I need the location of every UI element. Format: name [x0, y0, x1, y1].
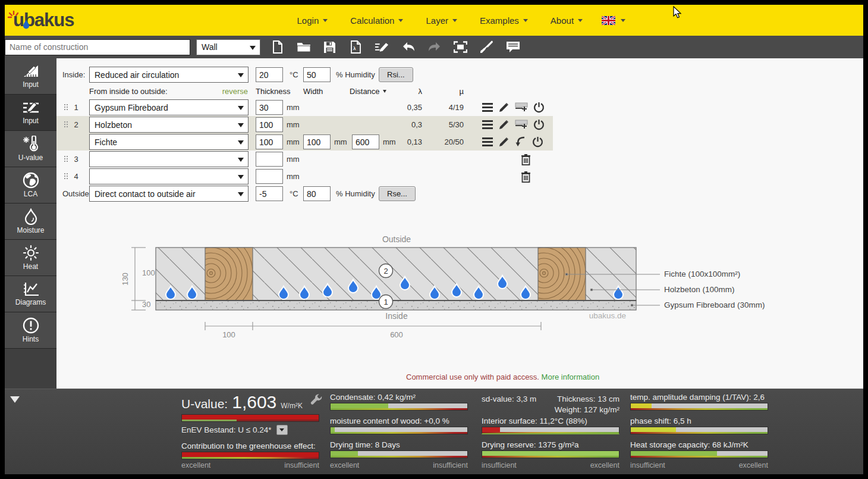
comment-button[interactable] [505, 40, 520, 55]
layer-menu-button[interactable] [482, 120, 493, 130]
collapse-results-button[interactable] [10, 396, 20, 403]
layer4-thickness-input[interactable] [256, 169, 283, 184]
stud-material-value: Fichte [95, 137, 117, 147]
condensate-bar-fill [331, 403, 388, 408]
layer-number: 2 [71, 120, 81, 129]
scale-left: insufficient [482, 461, 517, 469]
sidebar-item-moisture[interactable]: Moisture [5, 204, 56, 240]
delete-layer-button[interactable] [521, 154, 531, 165]
rse-button[interactable]: Rse... [379, 186, 416, 201]
sidebar-item-input-edit[interactable]: Input [5, 95, 56, 131]
layer3-thickness-input[interactable] [256, 152, 283, 167]
ubakus-logo[interactable]: ubakus [13, 10, 74, 31]
chevron-down-icon [398, 19, 403, 22]
insert-layer-button[interactable] [515, 102, 528, 113]
remove-stud-button[interactable] [515, 136, 527, 148]
logo-droplet-icon [23, 20, 30, 29]
sidebar-item-label: U-value [18, 154, 43, 162]
edit-values-button[interactable] [375, 40, 389, 55]
redo-button[interactable] [427, 40, 442, 55]
sidebar-item-input-draw[interactable]: Input [5, 58, 56, 95]
sidebar-item-diagrams[interactable]: Diagrams [5, 276, 56, 312]
inside-condition-select[interactable]: Reduced air circulation [89, 67, 249, 83]
undo-button[interactable] [401, 40, 416, 55]
language-selector[interactable] [602, 16, 625, 25]
drying-time-bar [330, 450, 468, 458]
menu-examples[interactable]: Examples [480, 15, 528, 26]
sidebar-item-heat[interactable]: Heat [5, 240, 56, 276]
layer-menu-button[interactable] [482, 103, 493, 112]
layer1-material-select[interactable]: Gypsum Fibreboard [89, 99, 249, 115]
uvalue-line: U-value: 1,603 W/m²K [181, 392, 303, 412]
stud-distance-input[interactable] [352, 134, 379, 149]
legend-holzbeton: Holzbeton (100mm) [664, 285, 735, 294]
svg-text:2: 2 [383, 267, 388, 275]
globe-icon [23, 172, 39, 189]
construction-type-select[interactable]: Wall [196, 39, 260, 55]
layer4-material-select[interactable] [89, 168, 249, 184]
menu-login-label: Login [297, 15, 319, 26]
drag-handle[interactable] [64, 104, 65, 105]
sidebar-item-label: Diagrams [15, 298, 46, 306]
menu-calculation[interactable]: Calculation [350, 15, 403, 26]
menu-about[interactable]: About [551, 15, 583, 26]
greenhouse-label: Contribution to the greenhouse effect: [181, 442, 316, 450]
chevron-down-icon [452, 19, 457, 22]
delete-layer-button[interactable] [521, 171, 531, 183]
legend-gypsum: Gypsum Fibreboard (30mm) [664, 300, 765, 309]
unit-label: mm [287, 155, 300, 164]
edit-layer-button[interactable] [498, 102, 510, 113]
toggle-layer-button[interactable] [533, 102, 545, 113]
inside-humidity-input[interactable] [303, 67, 331, 82]
new-document-button[interactable] [270, 40, 285, 55]
greenhouse-bar-fill [182, 452, 319, 457]
outside-temp-input[interactable] [256, 186, 283, 201]
edit-input-icon [22, 100, 40, 115]
layer-number: 1 [71, 103, 81, 112]
layer3-material-select[interactable] [89, 151, 249, 167]
stud-material-select[interactable]: Fichte [89, 134, 249, 150]
layer2-thickness-input[interactable] [256, 117, 283, 132]
sidebar-item-hints[interactable]: Hints [5, 312, 56, 349]
pdf-export-button[interactable]: λ [348, 40, 363, 55]
outside-condition-select[interactable]: Direct contact to outside air [89, 186, 249, 202]
toggle-layer-button[interactable] [533, 119, 545, 130]
fullscreen-button[interactable] [453, 40, 468, 55]
distance-header-label: Distance [350, 87, 380, 96]
unit-label: mm [287, 120, 300, 129]
outside-humidity-label: % Humidity [336, 189, 375, 198]
edit-layer-button[interactable] [498, 136, 510, 148]
inside-temp-input[interactable] [256, 67, 283, 82]
sidebar-item-lca[interactable]: LCA [5, 167, 56, 204]
rsi-button[interactable]: Rsi... [379, 67, 413, 82]
sd-thickness-line: sd-value: 3,3 m Thickness: 13 cm [482, 395, 619, 403]
chevron-down-icon [250, 46, 256, 50]
results-bar: U-value: 1,603 W/m²K EnEV Bestand: U ≤ 0… [5, 389, 863, 474]
tav-bar [630, 403, 768, 411]
layer-menu-button[interactable] [482, 137, 493, 147]
drag-handle[interactable] [64, 173, 65, 174]
more-information-link[interactable]: More information [542, 372, 600, 381]
layer2-material-select[interactable]: Holzbeton [89, 117, 249, 133]
layer-row-2-stud: Fichte mm mm mm 0,13 20/50 [56, 133, 553, 151]
enev-dropdown-button[interactable] [276, 425, 288, 435]
stud-width-input[interactable] [303, 134, 331, 149]
drag-handle[interactable] [64, 121, 65, 123]
menu-layer[interactable]: Layer [426, 15, 457, 26]
drag-handle[interactable] [64, 156, 65, 157]
construction-name-input[interactable] [5, 39, 190, 55]
open-file-button[interactable] [296, 40, 311, 55]
wrench-icon[interactable] [310, 394, 323, 409]
reverse-link[interactable]: reverse [194, 87, 248, 96]
outside-humidity-input[interactable] [303, 186, 331, 201]
stud-thickness-input[interactable] [256, 134, 283, 149]
menu-login[interactable]: Login [297, 15, 328, 26]
chevron-down-icon [621, 19, 625, 22]
save-button[interactable] [322, 40, 337, 55]
toggle-layer-button[interactable] [532, 136, 543, 148]
insert-layer-button[interactable] [515, 119, 528, 130]
edit-layer-button[interactable] [498, 119, 510, 130]
layer1-thickness-input[interactable] [256, 100, 283, 115]
sidebar-item-uvalue[interactable]: U-value [5, 131, 56, 167]
paint-button[interactable] [479, 40, 494, 55]
